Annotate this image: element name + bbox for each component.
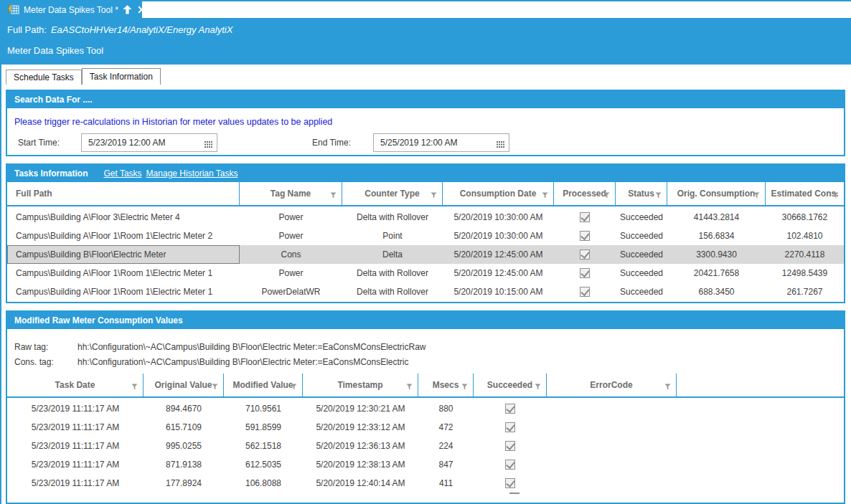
column-header-errorcode[interactable]: ErrorCode bbox=[547, 374, 677, 396]
processed-checkbox[interactable] bbox=[580, 268, 590, 278]
cell-estimated-cons: 2270.4118 bbox=[766, 245, 844, 264]
column-header-succeeded[interactable]: Succeeded bbox=[474, 374, 547, 396]
succeeded-checkbox[interactable] bbox=[505, 460, 515, 470]
cell-filler bbox=[677, 399, 844, 418]
filter-icon[interactable] bbox=[832, 191, 839, 201]
cell-processed bbox=[554, 282, 616, 301]
column-header-original-value[interactable]: Original Value bbox=[144, 374, 224, 396]
full-path-label: Full Path: bbox=[7, 24, 47, 35]
filter-icon[interactable] bbox=[542, 191, 548, 201]
partial-next-row-checkbox bbox=[509, 493, 519, 494]
filter-icon[interactable] bbox=[431, 191, 437, 201]
filter-icon[interactable] bbox=[664, 382, 671, 392]
succeeded-checkbox[interactable] bbox=[505, 422, 515, 432]
cell-errorcode bbox=[547, 474, 677, 493]
cell-full-path: Campus\Building A\Floor 1\Room 1\Electri… bbox=[7, 264, 240, 282]
cell-filler bbox=[677, 455, 844, 474]
table-row[interactable]: Campus\Building A\Floor 1\Room 1\Electri… bbox=[7, 264, 844, 282]
date-picker-icon[interactable] bbox=[204, 140, 212, 150]
cell-task-date: 5/23/2019 11:11:17 AM bbox=[7, 437, 144, 455]
column-header-label: Estimated Cons. bbox=[771, 189, 838, 199]
get-tasks-link[interactable]: Get Tasks bbox=[103, 168, 141, 179]
column-header-task-date[interactable]: Task Date bbox=[7, 374, 144, 396]
end-time-input[interactable]: 5/25/2019 12:00 AM bbox=[373, 133, 509, 152]
processed-checkbox[interactable] bbox=[580, 231, 590, 241]
column-header-label: Succeeded bbox=[487, 380, 532, 390]
column-header-full-path[interactable]: Full Path bbox=[7, 182, 240, 205]
start-time-value: 5/23/2019 12:00 AM bbox=[88, 138, 165, 148]
cell-modified-value: 710.9561 bbox=[224, 399, 303, 418]
cell-original-value: 177.8924 bbox=[144, 474, 224, 493]
column-header-orig-consumption[interactable]: Orig. Consumption bbox=[667, 182, 766, 205]
cell-estimated-cons: 102.4810 bbox=[766, 227, 844, 245]
succeeded-checkbox[interactable] bbox=[505, 478, 515, 488]
filter-icon[interactable] bbox=[753, 191, 760, 201]
succeeded-checkbox[interactable] bbox=[505, 441, 515, 451]
document-tab[interactable]: Meter Data Spikes Tool * bbox=[1, 1, 142, 18]
table-row[interactable]: 5/23/2019 11:11:17 AM 615.7109 591.8599 … bbox=[7, 418, 844, 437]
cell-counter-type: Delta bbox=[342, 245, 443, 264]
cell-timestamp: 5/20/2019 12:38:13 AM bbox=[303, 455, 418, 474]
tasks-table-body: Campus\Building A\Floor 3\Electric Meter… bbox=[7, 206, 844, 301]
cell-status: Succeeded bbox=[616, 264, 667, 282]
cell-succeeded bbox=[474, 437, 547, 455]
date-picker-icon[interactable] bbox=[497, 140, 504, 150]
filter-icon[interactable] bbox=[291, 382, 297, 392]
page-title: Meter Data Spikes Tool bbox=[7, 45, 103, 56]
manage-historian-tasks-link[interactable]: Manage Historian Tasks bbox=[146, 168, 238, 179]
table-row[interactable]: Campus\Building A\Floor 1\Room 1\Electri… bbox=[7, 227, 844, 245]
cell-errorcode bbox=[547, 437, 677, 455]
column-header-processed[interactable]: Processed bbox=[554, 182, 616, 205]
document-tab-title: Meter Data Spikes Tool * bbox=[24, 5, 118, 15]
column-header-estimated-cons[interactable]: Estimated Cons. bbox=[766, 182, 844, 205]
window-left-accent bbox=[0, 0, 1, 504]
table-row[interactable]: 5/23/2019 11:11:17 AM 871.9138 612.5035 … bbox=[7, 455, 844, 474]
table-row[interactable]: Campus\Building B\Floor\Electric Meter C… bbox=[7, 245, 844, 264]
processed-checkbox[interactable] bbox=[580, 287, 590, 297]
filter-icon[interactable] bbox=[131, 382, 138, 392]
column-header-label: Original Value bbox=[154, 380, 212, 390]
cell-full-path: Campus\Building A\Floor 1\Room 1\Electri… bbox=[7, 282, 240, 301]
cell-processed bbox=[554, 264, 616, 282]
raw-tag-value: hh:\Configuration\~AC\Campus\Building B\… bbox=[77, 342, 426, 352]
cell-msecs: 472 bbox=[418, 418, 474, 437]
table-row[interactable]: Campus\Building A\Floor 1\Room 1\Electri… bbox=[7, 282, 844, 301]
close-icon[interactable] bbox=[138, 6, 146, 14]
cell-original-value: 615.7109 bbox=[144, 418, 224, 437]
start-time-input[interactable]: 5/23/2019 12:00 AM bbox=[81, 133, 217, 152]
column-header-tag-name[interactable]: Tag Name bbox=[240, 182, 342, 205]
column-header-status[interactable]: Status bbox=[616, 182, 667, 205]
cell-tag-name: Power bbox=[240, 227, 342, 245]
column-header-counter-type[interactable]: Counter Type bbox=[342, 182, 443, 205]
float-up-icon[interactable] bbox=[123, 5, 132, 14]
table-row[interactable]: 5/23/2019 11:11:17 AM 894.4670 710.9561 … bbox=[7, 399, 844, 418]
cell-consumption-date: 5/20/2019 10:30:00 AM bbox=[443, 227, 554, 245]
processed-checkbox[interactable] bbox=[580, 212, 590, 222]
processed-checkbox[interactable] bbox=[580, 249, 590, 260]
filter-icon[interactable] bbox=[603, 191, 610, 201]
column-header-consumption-date[interactable]: Consumption Date bbox=[443, 182, 554, 205]
cons-tag-label: Cons. tag: bbox=[7, 357, 77, 367]
cell-succeeded bbox=[474, 418, 547, 437]
cell-filler bbox=[677, 437, 844, 455]
header-band: Full Path:EaASCtoHHVer14/AnalytiX/Energy… bbox=[0, 18, 851, 65]
column-header-label: Status bbox=[628, 189, 654, 199]
column-header-modified-value[interactable]: Modified Value bbox=[224, 374, 303, 396]
column-header-timestamp[interactable]: Timestamp bbox=[303, 374, 418, 396]
filter-icon[interactable] bbox=[655, 191, 662, 201]
filter-icon[interactable] bbox=[330, 191, 337, 201]
succeeded-checkbox[interactable] bbox=[505, 404, 515, 414]
modified-values-panel: Modified Raw Meter Consumption Values Ra… bbox=[6, 310, 845, 504]
filter-icon[interactable] bbox=[212, 382, 218, 392]
cell-tag-name: Power bbox=[240, 208, 342, 227]
table-row[interactable]: Campus\Building A\Floor 3\Electric Meter… bbox=[7, 208, 844, 227]
column-header-filler bbox=[677, 374, 844, 396]
tab-schedule-tasks[interactable]: Schedule Tasks bbox=[6, 70, 82, 85]
column-header-msecs[interactable]: Msecs bbox=[418, 374, 474, 396]
filter-icon[interactable] bbox=[461, 382, 468, 392]
table-row[interactable]: 5/23/2019 11:11:17 AM 177.8924 106.8088 … bbox=[7, 474, 844, 493]
filter-icon[interactable] bbox=[535, 382, 541, 392]
filter-icon[interactable] bbox=[406, 382, 413, 392]
tab-task-information[interactable]: Task Information bbox=[82, 68, 161, 85]
table-row[interactable]: 5/23/2019 11:11:17 AM 995.0255 562.1518 … bbox=[7, 437, 844, 455]
